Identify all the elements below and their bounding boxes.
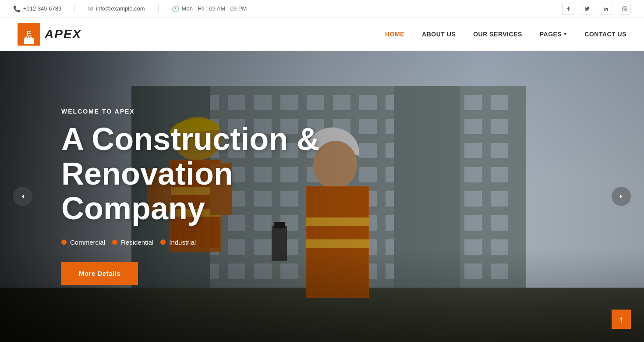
navbar: E APEX HOME ABOUT US OUR SERVICES PAGES …	[0, 18, 644, 51]
phone-info: 📞 +012 345 6789	[13, 5, 61, 12]
hero-title-line1: A Construction & Renovation	[61, 121, 319, 191]
scroll-top-button[interactable]: ↑	[612, 310, 631, 329]
nav-item-home[interactable]: HOME	[385, 30, 404, 38]
chevron-down-icon	[563, 33, 567, 35]
nav-item-contact[interactable]: CONTACT US	[584, 30, 626, 38]
dot-industrial	[160, 239, 166, 245]
nav-item-about[interactable]: ABOUT US	[422, 30, 456, 38]
logo[interactable]: E APEX	[18, 23, 81, 46]
twitter-link[interactable]	[581, 3, 593, 15]
nav-link-about[interactable]: ABOUT US	[422, 31, 456, 38]
linkedin-link[interactable]	[600, 3, 612, 15]
social-links	[562, 3, 631, 15]
business-hours: Mon - Fri : 09 AM - 09 PM	[182, 5, 247, 12]
facebook-link[interactable]	[562, 3, 574, 15]
tag-commercial: Commercial	[61, 239, 105, 246]
hours-info: 🕐 Mon - Fri : 09 AM - 09 PM	[172, 5, 247, 12]
nav-menu: HOME ABOUT US OUR SERVICES PAGES CONTACT…	[385, 30, 626, 38]
svg-rect-7	[28, 36, 29, 39]
nav-link-contact[interactable]: CONTACT US	[584, 31, 626, 38]
svg-rect-1	[623, 7, 627, 11]
email-info: ✉ info@example.com	[88, 5, 145, 12]
nav-item-services[interactable]: OUR SERVICES	[473, 30, 522, 38]
tag-industrial: Industrial	[160, 239, 196, 246]
slider-next-button[interactable]	[612, 187, 631, 206]
tag-residential: Residential	[112, 239, 153, 246]
logo-text: APEX	[45, 27, 81, 41]
svg-rect-6	[25, 36, 27, 39]
divider	[74, 4, 75, 13]
svg-point-0	[604, 7, 605, 7]
hero-tags: Commercial Residential Industrial	[61, 239, 394, 246]
top-bar-left: 📞 +012 345 6789 ✉ info@example.com 🕐 Mon…	[13, 4, 247, 13]
nav-link-services[interactable]: OUR SERVICES	[473, 31, 522, 38]
hero-title: A Construction & Renovation Company	[61, 122, 394, 226]
dot-commercial	[61, 239, 67, 245]
hero-title-line2: Company	[61, 191, 205, 226]
svg-rect-8	[30, 36, 32, 39]
tag-industrial-label: Industrial	[169, 239, 196, 246]
dot-residential	[112, 239, 117, 245]
nav-link-home[interactable]: HOME	[385, 31, 404, 38]
tag-commercial-label: Commercial	[70, 239, 105, 246]
slider-prev-button[interactable]	[13, 187, 32, 206]
nav-item-pages[interactable]: PAGES	[540, 31, 567, 38]
logo-icon: E	[18, 23, 40, 46]
phone-icon: 📞	[13, 5, 21, 12]
email-address: info@example.com	[96, 5, 145, 12]
nav-link-pages[interactable]: PAGES	[540, 31, 562, 38]
phone-number: +012 345 6789	[23, 5, 61, 12]
divider2	[158, 4, 159, 13]
email-icon: ✉	[88, 5, 93, 12]
hero-cta-button[interactable]: More Details	[61, 262, 138, 285]
hero-section: WELCOME TO APEX A Construction & Renovat…	[0, 51, 644, 342]
clock-icon: 🕐	[172, 5, 179, 12]
hero-content: WELCOME TO APEX A Construction & Renovat…	[61, 108, 394, 285]
scroll-top-icon: ↑	[619, 314, 623, 324]
tag-residential-label: Residential	[121, 239, 153, 246]
hero-eyebrow: WELCOME TO APEX	[61, 108, 394, 115]
instagram-link[interactable]	[619, 3, 631, 15]
top-bar: 📞 +012 345 6789 ✉ info@example.com 🕐 Mon…	[0, 0, 644, 18]
